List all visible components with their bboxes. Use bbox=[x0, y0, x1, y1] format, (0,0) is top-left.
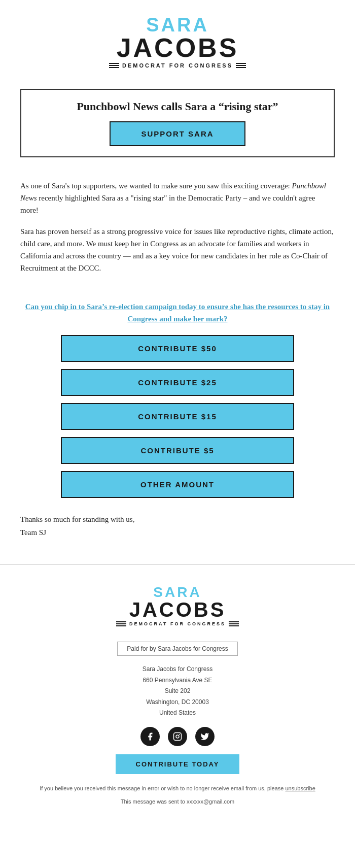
body-paragraph-2: Sara has proven herself as a strong prog… bbox=[20, 225, 335, 274]
footer: SARA JACOBS DEMOCRAT FOR CONGRESS Paid f… bbox=[0, 575, 355, 820]
svg-point-1 bbox=[176, 735, 179, 738]
address-line-3: Suite 202 bbox=[20, 686, 335, 697]
address-line-5: United States bbox=[20, 708, 335, 719]
section-divider bbox=[0, 564, 355, 565]
closing-line-1: Thanks so much for standing with us, bbox=[20, 513, 335, 526]
contribute-today-button[interactable]: CONTRIBUTE TODAY bbox=[116, 754, 240, 774]
contribute-15-button[interactable]: CONTRIBUTE $15 bbox=[61, 403, 294, 430]
footer-address: Sara Jacobs for Congress 660 Pennsylvani… bbox=[20, 664, 335, 719]
footer-logo-lines-left bbox=[116, 621, 126, 626]
address-line-2: 660 Pennsylvania Ave SE bbox=[20, 675, 335, 686]
body-content: As one of Sara's top supporters, we want… bbox=[0, 168, 355, 295]
logo-subtitle: DEMOCRAT FOR CONGRESS bbox=[10, 62, 345, 69]
hero-headline: Punchbowl News calls Sara a “rising star… bbox=[31, 100, 324, 113]
footer-logo: SARA JACOBS DEMOCRAT FOR CONGRESS bbox=[20, 585, 335, 626]
cta-link[interactable]: Can you chip in to Sara’s re-election ca… bbox=[20, 301, 335, 325]
contribute-50-button[interactable]: CONTRIBUTE $50 bbox=[61, 335, 294, 362]
publication-name: Punchbowl News bbox=[20, 182, 326, 202]
unsubscribe-link[interactable]: unsubscribe bbox=[285, 785, 315, 791]
address-line-1: Sara Jacobs for Congress bbox=[20, 664, 335, 675]
twitter-icon[interactable] bbox=[195, 727, 215, 746]
logo-lines-left bbox=[109, 63, 119, 68]
footer-unsubscribe: If you believe you received this message… bbox=[20, 784, 335, 793]
footer-logo-sara: SARA bbox=[20, 585, 335, 599]
unsubscribe-text: If you believe you received this message… bbox=[40, 785, 283, 791]
footer-logo-lines-right bbox=[229, 621, 239, 626]
facebook-icon[interactable] bbox=[140, 727, 160, 746]
contribute-25-button[interactable]: CONTRIBUTE $25 bbox=[61, 369, 294, 396]
contribute-5-button[interactable]: CONTRIBUTE $5 bbox=[61, 437, 294, 464]
instagram-icon[interactable] bbox=[168, 727, 187, 746]
footer-logo-subtitle: DEMOCRAT FOR CONGRESS bbox=[20, 621, 335, 626]
other-amount-button[interactable]: OTHER AMOUNT bbox=[61, 471, 294, 498]
paid-for-box: Paid for by Sara Jacobs for Congress bbox=[20, 637, 335, 664]
address-line-4: Washington, DC 20003 bbox=[20, 697, 335, 708]
support-sara-button[interactable]: SUPPORT SARA bbox=[110, 121, 245, 146]
closing-line-2: Team SJ bbox=[20, 526, 335, 540]
svg-rect-0 bbox=[174, 732, 182, 740]
contribute-section: CONTRIBUTE $50 CONTRIBUTE $25 CONTRIBUTE… bbox=[0, 335, 355, 498]
footer-contribute-wrapper: CONTRIBUTE TODAY bbox=[20, 754, 335, 784]
body-paragraph-1: As one of Sara's top supporters, we want… bbox=[20, 180, 335, 216]
closing: Thanks so much for standing with us, Tea… bbox=[0, 508, 355, 554]
header: SARA JACOBS DEMOCRAT FOR CONGRESS bbox=[0, 0, 355, 79]
footer-logo-jacobs: JACOBS bbox=[20, 599, 335, 620]
social-icons bbox=[20, 727, 335, 746]
email-wrapper: SARA JACOBS DEMOCRAT FOR CONGRESS Punchb… bbox=[0, 0, 355, 820]
logo-lines-right bbox=[236, 63, 246, 68]
logo-sara: SARA bbox=[10, 15, 345, 35]
svg-point-2 bbox=[179, 734, 180, 735]
paid-for-text: Paid for by Sara Jacobs for Congress bbox=[117, 642, 237, 656]
logo-jacobs: JACOBS bbox=[10, 35, 345, 61]
hero-box: Punchbowl News calls Sara a “rising star… bbox=[20, 89, 335, 157]
footer-email-line: This message was sent to xxxxxx@gmail.co… bbox=[20, 798, 335, 805]
